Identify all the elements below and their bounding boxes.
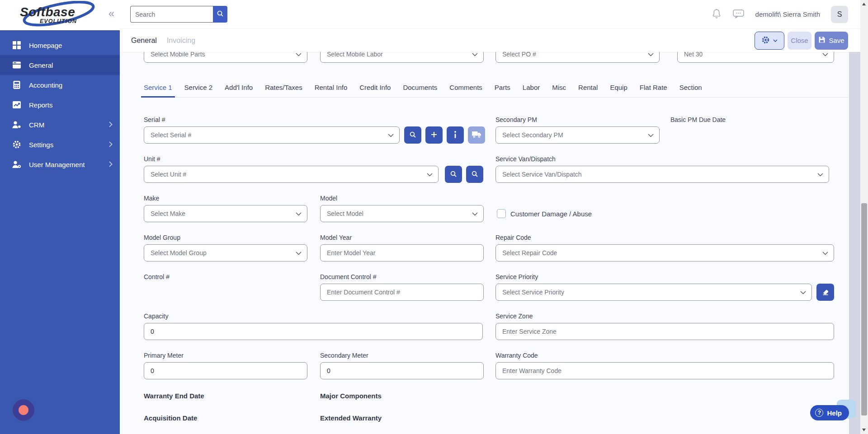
model-group-select[interactable]: Select Model Group — [144, 244, 307, 261]
tab-general[interactable]: General — [131, 37, 157, 45]
service-priority-label: Service Priority — [495, 273, 812, 281]
messages-button[interactable] — [732, 8, 745, 20]
service-van-select[interactable]: Select Service Van/Dispatch — [495, 166, 829, 183]
record-widget-button[interactable] — [13, 399, 34, 421]
unit-search-button[interactable] — [445, 166, 462, 183]
po-number-select[interactable]: Select PO # — [495, 52, 660, 63]
tab-labor[interactable]: Labor — [523, 84, 540, 97]
search-icon — [217, 10, 224, 19]
serial-add-button[interactable] — [425, 126, 443, 144]
form-row: Acquisition Date Extended Warranty — [144, 414, 849, 425]
make-field: Make Select Make — [144, 195, 307, 222]
sidebar-item-user-management[interactable]: User Management — [0, 154, 120, 174]
search-bar — [130, 6, 227, 23]
chevron-down-icon — [648, 131, 654, 139]
select-placeholder: Select Serial # — [151, 131, 191, 139]
tab-equip[interactable]: Equip — [610, 84, 627, 97]
form-row: Control # Document Control # Service Pri… — [144, 273, 849, 301]
unit-select[interactable]: Select Unit # — [144, 166, 439, 183]
tab-addl-info[interactable]: Add'l Info — [225, 84, 253, 97]
scroll-up-arrow-icon[interactable] — [862, 3, 866, 5]
notifications-button[interactable] — [712, 8, 722, 20]
search-input[interactable] — [130, 6, 213, 23]
service-zone-field: Service Zone — [495, 313, 834, 340]
tab-rental-info[interactable]: Rental Info — [315, 84, 348, 97]
gear-icon — [761, 36, 770, 46]
grid-icon — [11, 40, 22, 51]
serial-truck-button[interactable] — [468, 126, 485, 144]
secondary-meter-input[interactable] — [320, 362, 484, 379]
chevron-down-icon — [817, 171, 823, 178]
service-priority-clear-button[interactable] — [816, 284, 834, 301]
tab-flat-rate[interactable]: Flat Rate — [640, 84, 667, 97]
eraser-icon — [821, 288, 830, 297]
extended-warranty-label: Extended Warranty — [320, 414, 382, 422]
model-year-input[interactable] — [320, 244, 484, 261]
topbar-right: demolift\ Sierra Smith S — [712, 6, 848, 23]
service-zone-label: Service Zone — [495, 313, 834, 320]
sidebar-item-settings[interactable]: Settings — [0, 135, 120, 154]
save-button[interactable]: Save — [815, 32, 848, 50]
page-toolbar: General Invoicing Close Save — [120, 29, 868, 52]
sidebar-item-homepage[interactable]: Homepage — [0, 35, 120, 55]
serial-field: Serial # Select Serial # — [144, 116, 400, 144]
form-row: Serial # Select Serial # — [144, 116, 849, 144]
service-priority-field: Service Priority Select Service Priority — [495, 273, 812, 301]
search-button[interactable] — [213, 6, 227, 23]
document-control-input[interactable] — [320, 284, 484, 301]
sidebar-item-reports[interactable]: Reports — [0, 95, 120, 115]
tab-rates-taxes[interactable]: Rates/Taxes — [265, 84, 302, 97]
close-button[interactable]: Close — [788, 32, 811, 50]
tab-rental[interactable]: Rental — [578, 84, 598, 97]
secondary-pm-select[interactable]: Select Secondary PM — [495, 126, 660, 144]
question-mark-icon: ? — [815, 409, 823, 417]
sidebar-collapse-icon[interactable]: « — [108, 8, 114, 19]
scroll-down-arrow-icon[interactable] — [862, 429, 866, 431]
sidebar-item-accounting[interactable]: Accounting — [0, 75, 120, 95]
model-select[interactable]: Select Model — [320, 205, 484, 222]
serial-info-button[interactable] — [447, 126, 464, 144]
save-disk-icon — [818, 36, 826, 45]
bell-icon — [712, 8, 722, 20]
mobile-labor-select[interactable]: Select Mobile Labor — [320, 52, 484, 63]
settings-dropdown-button[interactable] — [755, 32, 784, 50]
form-row: Unit # Select Unit # Service Van/Disp — [144, 155, 849, 183]
customer-damage-checkbox[interactable] — [497, 209, 506, 218]
sidebar-item-crm[interactable]: CRM — [0, 115, 120, 135]
service-zone-input[interactable] — [495, 323, 834, 340]
mobile-parts-select[interactable]: Select Mobile Parts — [144, 52, 307, 63]
secondary-pm-label: Secondary PM — [495, 116, 660, 124]
service-priority-select[interactable]: Select Service Priority — [495, 284, 812, 301]
serial-search-button[interactable] — [404, 126, 421, 144]
repair-code-select[interactable]: Select Repair Code — [495, 244, 834, 261]
tab-misc[interactable]: Misc — [552, 84, 566, 97]
document-control-label: Document Control # — [320, 273, 484, 281]
capacity-input[interactable] — [144, 323, 483, 340]
primary-meter-input[interactable] — [144, 362, 307, 379]
tab-documents[interactable]: Documents — [403, 84, 437, 97]
scrollbar-thumb[interactable] — [861, 203, 867, 415]
tab-comments[interactable]: Comments — [449, 84, 482, 97]
avatar[interactable]: S — [831, 6, 848, 23]
tab-section[interactable]: Section — [679, 84, 702, 97]
info-icon — [454, 131, 457, 140]
payment-terms-select[interactable]: Net 30 — [677, 52, 834, 63]
warranty-code-input[interactable] — [495, 362, 834, 379]
chevron-down-icon — [296, 210, 302, 217]
make-select[interactable]: Select Make — [144, 205, 307, 222]
select-placeholder: Select Repair Code — [502, 249, 557, 257]
select-placeholder: Select Service Priority — [502, 289, 564, 296]
page-scrollbar[interactable] — [860, 0, 868, 434]
help-button[interactable]: ? Help — [810, 405, 849, 420]
unit-search-alt-button[interactable] — [466, 166, 483, 183]
serial-select[interactable]: Select Serial # — [144, 126, 400, 144]
tab-service-2[interactable]: Service 2 — [184, 84, 213, 97]
control-number-label: Control # — [144, 273, 307, 281]
sidebar-item-general[interactable]: General — [0, 55, 120, 75]
tab-invoicing[interactable]: Invoicing — [167, 37, 195, 45]
tab-credit-info[interactable]: Credit Info — [359, 84, 391, 97]
search-icon — [450, 170, 457, 179]
select-placeholder: Net 30 — [684, 52, 703, 58]
tab-parts[interactable]: Parts — [495, 84, 510, 97]
tab-service-1[interactable]: Service 1 — [144, 84, 172, 97]
